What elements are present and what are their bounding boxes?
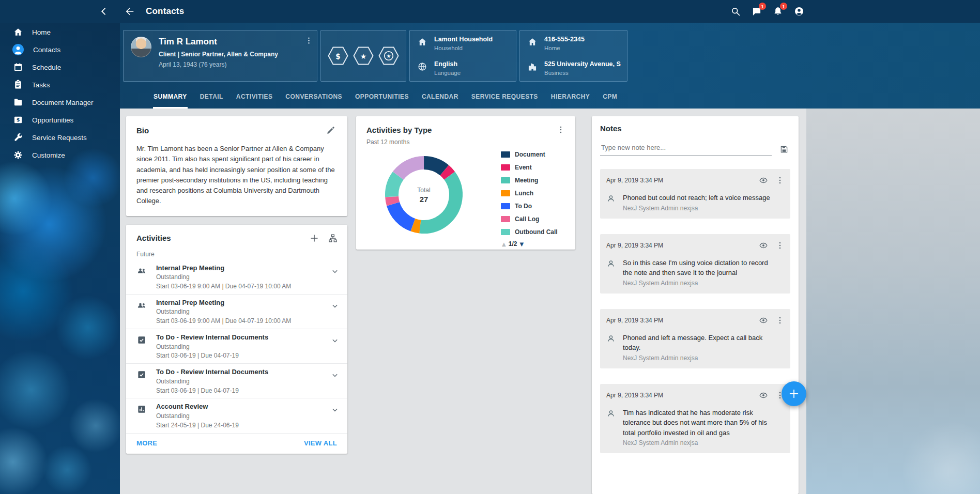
chevron-down-icon[interactable] [330,301,340,311]
legend-label: Event [515,164,532,171]
note-menu-button[interactable] [774,239,786,252]
contact-field[interactable]: Lamont HouseholdHousehold [417,36,509,51]
person-icon [606,334,616,343]
sidebar-item-contacts[interactable]: Contacts [0,41,120,58]
chevron-down-icon[interactable] [330,335,340,346]
contact-menu-button[interactable] [301,33,316,48]
save-note-button[interactable] [778,143,790,156]
chevron-down-icon[interactable] [330,266,340,276]
legend-page-up-icon[interactable]: ▲ [502,241,506,247]
kebab-icon [775,241,785,250]
hierarchy-icon [328,234,338,243]
kebab-icon [775,316,785,325]
view-all-button[interactable]: VIEW ALL [304,439,337,447]
eye-icon [759,391,768,400]
chart-legend: DocumentEventMeetingLunchTo DoCall LogOu… [501,147,564,248]
more-button[interactable]: MORE [136,439,157,447]
gear-icon [13,150,23,160]
people-icon [136,300,147,311]
activity-status: Outstanding [156,308,330,316]
add-button[interactable] [782,381,806,406]
sidebar-item-label: Tasks [32,81,50,89]
award-badge-icon[interactable]: ★ [378,47,399,65]
sidebar-collapse-button[interactable] [94,2,114,21]
note-menu-button[interactable] [774,314,786,327]
activity-row[interactable]: To Do - Review Internal DocumentsOutstan… [126,329,347,364]
note-text: Phoned but could not reach; left a voice… [623,193,770,203]
tab-cpm[interactable]: CPM [602,86,618,109]
tab-activities[interactable]: ACTIVITIES [236,86,273,109]
sidebar-item-schedule[interactable]: Schedule [0,58,120,76]
note-view-button[interactable] [757,314,770,327]
activity-row[interactable]: Account ReviewOutstandingStart 24-05-19 … [126,398,347,433]
note-view-button[interactable] [757,174,770,187]
bio-edit-button[interactable] [325,124,337,136]
tab-detail[interactable]: DETAIL [200,86,224,109]
add-activity-button[interactable] [308,232,320,244]
activity-dates: Start 24-05-19 | Due 24-06-19 [156,422,330,429]
home-icon [13,27,23,37]
legend-item: Outbound Call [501,225,564,238]
sidebar-item-home[interactable]: Home [0,23,120,41]
activity-dates: Start 03-06-19 | Due 04-07-19 [156,388,330,395]
contact-field[interactable]: 525 University Avenue, S...Business [527,60,620,76]
tab-service-requests[interactable]: SERVICE REQUESTS [471,86,539,109]
legend-label: To Do [515,203,532,210]
sidebar-item-customize[interactable]: Customize [0,146,120,164]
person-icon [606,409,616,418]
back-button[interactable] [120,2,140,21]
activity-title: Internal Prep Meeting [156,299,330,307]
activity-row[interactable]: To Do - Review Internal DocumentsOutstan… [126,364,347,398]
chevron-down-icon[interactable] [330,405,340,415]
contact-field[interactable]: 416-555-2345Home [527,36,620,51]
tab-calendar[interactable]: CALENDAR [421,86,459,109]
sidebar-item-document-manager[interactable]: Document Manager [0,94,120,111]
note-author: NexJ System Admin nexjsa [623,280,773,287]
conversations-button[interactable]: 1 [747,2,767,21]
sidebar-item-tasks[interactable]: Tasks [0,76,120,94]
tab-hierarchy[interactable]: HIERARCHY [550,86,590,109]
dollar-badge-icon[interactable]: $ [328,47,348,65]
svg-text:$: $ [335,52,340,60]
chart-menu-button[interactable] [555,124,567,136]
activity-title: To Do - Review Internal Documents [156,368,330,376]
sidebar-item-opportunities[interactable]: $Opportunities [0,111,120,129]
notification-badge: 1 [780,3,787,10]
star-badge-icon[interactable]: ★ [353,47,374,65]
activity-row[interactable]: Internal Prep MeetingOutstandingStart 03… [126,295,347,329]
notifications-button[interactable]: 1 [768,2,788,21]
activity-title: Internal Prep Meeting [156,264,330,272]
sidebar-nav: HomeContactsScheduleTasksDocument Manage… [0,23,120,164]
avatar[interactable] [131,37,151,57]
globe-icon [417,61,427,72]
person-icon [606,194,616,203]
legend-page-down-icon[interactable]: ▼ [519,241,524,247]
new-note-input[interactable] [600,140,772,156]
contact-subtitle: Client | Senior Partner, Allen & Company [159,51,278,58]
search-button[interactable] [726,2,745,21]
pencil-icon [326,126,335,135]
note-timestamp: Apr 9, 2019 3:34 PM [606,242,663,249]
note-menu-button[interactable] [774,174,786,187]
tab-summary[interactable]: SUMMARY [153,86,188,109]
contact-header: Tim R Lamont Client | Senior Partner, Al… [120,23,980,109]
note-view-button[interactable] [757,239,770,252]
activity-status: Outstanding [156,344,330,351]
page-title: Contacts [146,6,184,17]
contact-field[interactable]: EnglishLanguage [417,60,509,76]
tab-opportunities[interactable]: OPPORTUNITIES [355,86,409,109]
contact-field-label: Language [434,70,461,76]
activity-status: Outstanding [156,274,330,281]
contact-field-value: 416-555-2345 [544,36,585,43]
chevron-down-icon[interactable] [330,370,340,380]
legend-label: Meeting [515,177,538,184]
kebab-icon [775,176,785,185]
sidebar-item-service-requests[interactable]: Service Requests [0,129,120,146]
hierarchy-view-button[interactable] [327,232,339,244]
account-button[interactable] [789,2,809,21]
activity-row[interactable]: Internal Prep MeetingOutstandingStart 03… [126,260,347,295]
note-view-button[interactable] [757,389,770,402]
sidebar-item-label: Service Requests [32,134,87,142]
tab-conversations[interactable]: CONVERSATIONS [285,86,343,109]
legend-item: To Do [501,199,564,212]
